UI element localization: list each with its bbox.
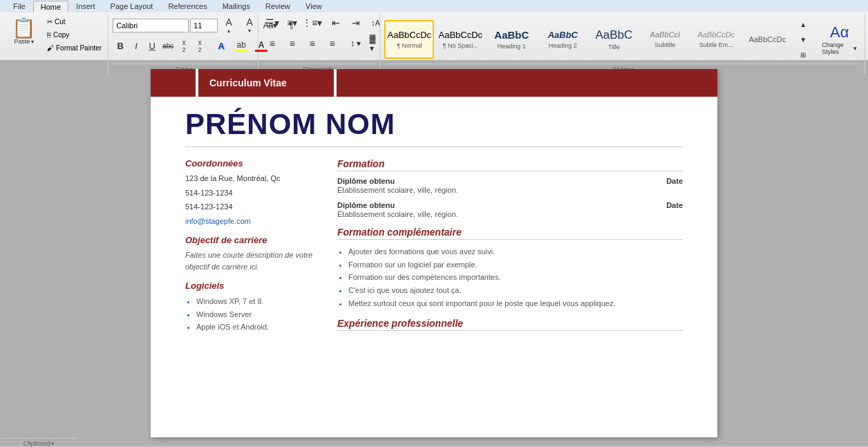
cv-body: Coordonnées 123 de la Rue, Montréal, Qc …: [151, 147, 717, 350]
copy-label: Copy: [53, 31, 69, 39]
paragraph-group: ☰▾ ≡▾ ⋮≡▾ ⇤ ⇥ ↕A ¶ ≡ ≡ ≡ ≡ ↕ ▾ ▓ ▾ ⊞ ▾ P…: [260, 14, 381, 74]
format-painter-button[interactable]: 🖌 Format Painter: [44, 41, 105, 54]
increase-indent-button[interactable]: ⇥: [346, 15, 366, 30]
formation-complementaire-list: Ajouter des formations que vous avez sui…: [337, 245, 683, 310]
style-more[interactable]: AaBbCcDc: [742, 20, 792, 59]
cv-header-right-block: [334, 69, 717, 97]
font-name-selector[interactable]: [113, 19, 189, 32]
formation-entry-2-header: Diplôme obtenu Date: [337, 201, 683, 209]
coordonnees-phone1: 514-123-1234: [185, 187, 317, 199]
style-subtle-em[interactable]: AaBbCcDc Subtle Em...: [691, 20, 741, 59]
font-grow-button[interactable]: A▴: [219, 15, 238, 35]
style-title[interactable]: AaBbC Title: [589, 20, 639, 59]
formation-entry-1: Diplôme obtenu Date Établissement scolai…: [337, 177, 683, 194]
coordonnees-email-link[interactable]: info@stagepfe.com: [185, 217, 251, 225]
format-painter-icon: 🖌: [47, 44, 54, 52]
cv-page: Curriculum Vitae PRÉNOM NOM Coordonnées …: [151, 69, 717, 437]
tab-file[interactable]: File: [6, 0, 33, 12]
change-styles-button[interactable]: Aα Change Styles▾: [817, 20, 862, 59]
formation-entry-2: Diplôme obtenu Date Établissement scolai…: [337, 201, 683, 218]
list-item: Windows XP, 7 et 8.: [196, 295, 317, 308]
clipboard-expand-icon[interactable]: ▾: [51, 441, 54, 447]
numbering-button[interactable]: ≡▾: [283, 15, 302, 30]
formation-complementaire-section: Formation complémentaire Ajouter des for…: [337, 227, 683, 310]
style-normal-preview: AaBbCcDc: [388, 30, 432, 41]
style-nospace-preview: AaBbCcDc: [439, 30, 483, 41]
list-item: Windows Server: [196, 308, 317, 321]
superscript-button[interactable]: x2: [192, 37, 207, 55]
formation-entry-2-detail: Établissement scolaire, ville, région.: [337, 210, 683, 218]
italic-button[interactable]: I: [129, 39, 144, 54]
style-subtitle-preview: AaBbCcI: [650, 30, 680, 39]
styles-expand[interactable]: ⊞: [793, 47, 813, 62]
styles-scroll: ▲ ▼ ⊞: [793, 15, 813, 64]
change-styles-label: Change Styles▾: [822, 41, 857, 55]
cv-right-col: Formation Diplôme obtenu Date Établissem…: [337, 158, 683, 339]
bold-button[interactable]: B: [113, 39, 128, 54]
clipboard-group-label: Clipboard ▾: [1, 438, 76, 447]
list-item: Formation sur des compétences importante…: [348, 271, 683, 284]
justify-button[interactable]: ≡: [323, 36, 342, 51]
style-h2-label: Heading 2: [549, 42, 577, 49]
experience-section: Expérience professionnelle: [337, 318, 683, 331]
coordonnees-address: 123 de la Rue, Montréal, Qc: [185, 173, 317, 184]
styles-gallery: AaBbCcDc ¶ Normal AaBbCcDc ¶ No Spaci...…: [384, 15, 862, 64]
copy-button[interactable]: ⎘ Copy: [44, 28, 105, 41]
styles-group: AaBbCcDc ¶ Normal AaBbCcDc ¶ No Spaci...…: [381, 14, 865, 74]
style-normal-label: ¶ Normal: [397, 42, 422, 49]
objectif-section: Objectif de carrière Faites une courte d…: [185, 235, 317, 272]
cv-name: PRÉNOM NOM: [151, 97, 717, 146]
align-center-button[interactable]: ≡: [283, 36, 302, 51]
line-spacing-button[interactable]: ↕ ▾: [346, 36, 366, 51]
tab-view[interactable]: View: [298, 0, 330, 12]
clipboard-group: 📋 Paste ▾ ✂ Cut ⎘ Copy 🖌 Format Painter: [3, 14, 108, 74]
bullets-button[interactable]: ☰▾: [263, 15, 282, 30]
style-normal[interactable]: AaBbCcDc ¶ Normal: [384, 20, 434, 59]
tab-mailings[interactable]: Mailings: [215, 0, 258, 12]
font-row2: B I U abc x2 x2 A ab A: [113, 37, 255, 55]
styles-scroll-up[interactable]: ▲: [793, 17, 813, 32]
align-left-button[interactable]: ≡: [263, 36, 282, 51]
style-subtitle[interactable]: AaBbCcI Subtitle: [640, 20, 690, 59]
formation-complementaire-title: Formation complémentaire: [337, 227, 683, 240]
style-title-label: Title: [608, 44, 620, 50]
style-heading2[interactable]: AaBbC Heading 2: [538, 20, 587, 59]
paste-label: Paste: [14, 38, 30, 45]
font-shrink-button[interactable]: A▾: [240, 15, 259, 35]
styles-scroll-down[interactable]: ▼: [793, 32, 813, 47]
ribbon-tabs: File Home Insert Page Layout References …: [0, 0, 868, 12]
tab-references[interactable]: References: [160, 0, 214, 12]
text-effects-button[interactable]: A: [211, 39, 231, 54]
tab-insert[interactable]: Insert: [68, 0, 103, 12]
text-highlight-button[interactable]: ab: [232, 38, 251, 54]
objectif-text: Faites une courte description de votre o…: [185, 249, 317, 272]
style-nospace-label: ¶ No Spaci...: [443, 42, 478, 49]
list-item: Ajouter des formations que vous avez sui…: [348, 245, 683, 258]
logiciels-list: Windows XP, 7 et 8. Windows Server Apple…: [185, 295, 317, 334]
style-subtle-label: Subtle Em...: [699, 41, 733, 48]
coordonnees-section: Coordonnées 123 de la Rue, Montréal, Qc …: [185, 158, 317, 227]
tab-home[interactable]: Home: [33, 1, 68, 12]
underline-button[interactable]: U: [144, 39, 160, 54]
tab-page-layout[interactable]: Page Layout: [103, 0, 161, 12]
align-right-button[interactable]: ≡: [303, 36, 322, 51]
tab-review[interactable]: Review: [258, 0, 298, 12]
copy-icon: ⎘: [47, 31, 51, 39]
subscript-button[interactable]: x2: [176, 37, 191, 55]
style-nospace[interactable]: AaBbCcDc ¶ No Spaci...: [435, 20, 485, 59]
change-styles-icon: Aα: [830, 23, 849, 41]
font-size-selector[interactable]: [190, 19, 218, 32]
cut-button[interactable]: ✂ Cut: [44, 15, 105, 28]
decrease-indent-button[interactable]: ⇤: [326, 15, 346, 30]
font-row1: A▴ A▾ Aa▾ ¶: [113, 15, 255, 35]
style-h1-preview: AaBbC: [494, 29, 529, 41]
list-item: C'est ici que vous ajoutez tout ça.: [348, 284, 683, 297]
style-h1-label: Heading 1: [498, 43, 526, 50]
cut-label: Cut: [55, 18, 66, 26]
paste-button[interactable]: 📋 Paste ▾: [6, 15, 42, 73]
strikethrough-button[interactable]: abc: [160, 39, 176, 54]
ribbon-content: 📋 Paste ▾ ✂ Cut ⎘ Copy 🖌 Format Painter: [0, 12, 868, 75]
multilevel-list-button[interactable]: ⋮≡▾: [303, 15, 322, 30]
formation-entry-2-date: Date: [666, 201, 683, 209]
style-heading1[interactable]: AaBbC Heading 1: [487, 20, 536, 59]
